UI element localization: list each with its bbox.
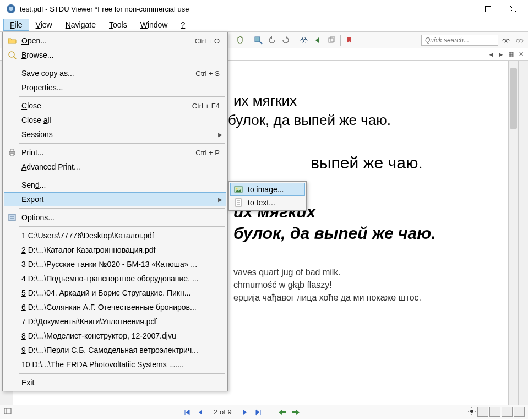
menu-advanced-print[interactable]: Advanced Print... <box>4 160 226 174</box>
svg-point-9 <box>304 39 307 42</box>
svg-rect-3 <box>485 6 491 12</box>
svg-rect-18 <box>4 408 11 414</box>
menu-recent-file[interactable]: 10 D:\...\The ERDA Photovoltatiic System… <box>4 357 226 372</box>
toolbar-separator <box>340 35 341 46</box>
hand-tool-icon[interactable] <box>234 34 246 46</box>
next-page-icon[interactable] <box>241 408 249 417</box>
menu-save-copy[interactable]: Save copy as...Ctrl + S <box>4 66 226 80</box>
search-next-icon[interactable] <box>514 34 526 46</box>
titlebar: test.pdf - STDU Viewer *Free for non-com… <box>0 0 528 18</box>
menu-exit[interactable]: Exit <box>4 375 226 390</box>
tab-next-icon[interactable]: ► <box>497 51 505 58</box>
first-page-icon[interactable] <box>183 408 192 417</box>
search-input[interactable] <box>421 35 498 46</box>
statusbar: 2 of 9 <box>0 405 528 419</box>
rotate-left-icon[interactable] <box>266 34 278 46</box>
menu-tools[interactable]: Tools <box>102 19 134 31</box>
toolbar-separator <box>295 35 295 46</box>
svg-line-11 <box>305 37 306 39</box>
view-continuous-icon[interactable] <box>489 407 500 417</box>
menu-recent-file[interactable]: 2 D:\...\Каталог Казагроинновация.pdf <box>4 243 226 257</box>
svg-rect-28 <box>10 154 14 156</box>
svg-line-10 <box>302 37 303 39</box>
bookmark-icon[interactable] <box>344 34 356 46</box>
menu-recent-file[interactable]: 9 D:\...\Перли С.Б. Самодельная ветроэле… <box>4 343 226 357</box>
view-single-icon[interactable] <box>477 407 488 417</box>
svg-point-24 <box>9 52 14 57</box>
zoom-region-icon[interactable] <box>252 34 264 46</box>
menu-recent-file[interactable]: 7 D:\Документы\Книги\Уплотнения.pdf <box>4 314 226 329</box>
search-icon[interactable] <box>500 34 512 46</box>
menu-recent-file[interactable]: 8 D:\...\Моделист-конструктор, 12-2007.d… <box>4 329 226 343</box>
svg-point-8 <box>301 39 304 42</box>
tab-close-icon[interactable]: ✕ <box>517 51 525 58</box>
menu-properties[interactable]: Properties... <box>4 80 226 95</box>
svg-point-16 <box>516 39 520 42</box>
menu-separator <box>19 373 225 374</box>
menu-recent-file[interactable]: 3 D:\...\Русские танки №020 - БМ-13 «Кат… <box>4 257 226 271</box>
nav-forward-icon[interactable] <box>291 408 300 417</box>
menu-open[interactable]: Open... Ctrl + O <box>4 34 226 48</box>
tab-prev-icon[interactable]: ◄ <box>487 51 495 58</box>
svg-rect-12 <box>329 38 333 42</box>
prev-page-icon[interactable] <box>196 408 205 417</box>
page-indicator: 2 of 9 <box>209 408 236 416</box>
menu-view[interactable]: View <box>29 19 59 31</box>
right-strip <box>518 61 528 405</box>
view-facing-icon[interactable] <box>502 407 513 417</box>
menu-send[interactable]: Send... <box>4 178 226 192</box>
menu-navigate[interactable]: Navigate <box>59 19 102 31</box>
image-icon <box>232 185 244 194</box>
menubar: File View Navigate Tools Window ? <box>0 18 528 32</box>
view-facing-continuous-icon[interactable] <box>514 407 525 417</box>
scrollbar-thumb[interactable] <box>510 68 517 129</box>
menu-sessions[interactable]: Sessions▶ <box>4 127 226 141</box>
file-menu-dropdown: Open... Ctrl + O Browse... Save copy as.… <box>2 32 228 391</box>
maximize-button[interactable] <box>475 1 500 17</box>
find-back-icon[interactable] <box>312 34 324 46</box>
menu-recent-file[interactable]: 5 D:\...\04. Аркадий и Борис Стругацкие.… <box>4 286 226 300</box>
menu-recent-file[interactable]: 1 C:\Users\77776\Desktop\Каталог.pdf <box>4 228 226 243</box>
svg-point-15 <box>506 39 509 42</box>
menu-window[interactable]: Window <box>134 19 175 31</box>
svg-point-33 <box>236 188 238 190</box>
find-forward-icon[interactable] <box>325 34 338 46</box>
menu-separator <box>19 176 225 176</box>
menu-recent-file[interactable]: 4 D:\...\Подъемно-транспортное оборудова… <box>4 271 226 286</box>
menu-separator <box>19 96 225 97</box>
menu-close-all[interactable]: Close all <box>4 113 226 127</box>
menu-separator <box>19 226 225 227</box>
menu-help[interactable]: ? <box>174 19 192 31</box>
submenu-to-image[interactable]: to image... <box>230 183 305 196</box>
print-icon <box>6 148 18 157</box>
menu-separator <box>19 208 225 209</box>
vertical-scrollbar[interactable] <box>508 61 518 405</box>
svg-line-25 <box>14 57 16 59</box>
submenu-to-text[interactable]: to text... <box>230 196 305 209</box>
svg-point-14 <box>503 39 506 42</box>
menu-options[interactable]: Options... <box>4 210 226 225</box>
brightness-icon[interactable] <box>467 407 476 418</box>
svg-rect-27 <box>10 149 14 151</box>
menu-export[interactable]: Export▶ <box>4 192 226 206</box>
tab-grid-icon[interactable]: ▦ <box>507 51 515 58</box>
export-submenu: to image... to text... <box>228 181 307 211</box>
svg-point-1 <box>9 7 13 11</box>
menu-recent-file[interactable]: 6 D:\...\Солянкин А.Г. Отечественные бро… <box>4 300 226 314</box>
binoculars-icon[interactable] <box>298 34 310 46</box>
close-button[interactable] <box>500 1 526 17</box>
svg-point-17 <box>520 39 523 42</box>
svg-line-7 <box>260 42 262 44</box>
menu-separator <box>19 143 225 144</box>
minimize-button[interactable] <box>450 1 475 17</box>
status-left-icon[interactable] <box>3 407 15 418</box>
last-page-icon[interactable] <box>254 408 263 417</box>
folder-open-icon <box>6 36 18 45</box>
menu-file[interactable]: File <box>3 19 29 31</box>
rotate-right-icon[interactable] <box>280 34 292 46</box>
menu-print[interactable]: Print...Ctrl + P <box>4 145 226 160</box>
menu-close[interactable]: CloseCtrl + F4 <box>4 99 226 113</box>
menu-browse[interactable]: Browse... <box>4 48 226 62</box>
options-icon <box>6 213 18 222</box>
nav-back-icon[interactable] <box>278 408 287 417</box>
